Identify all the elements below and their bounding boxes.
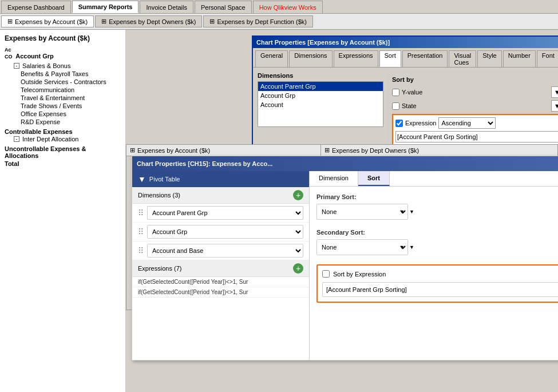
sub-tab-expenses-by-dept-owners[interactable]: ⊞ Expenses by Dept Owners ($k) <box>95 15 202 27</box>
bg-window1-title: ⊞ Expenses by Account ($k) <box>126 145 326 156</box>
dialog-tab-visual-cues[interactable]: Visual Cues <box>449 50 476 67</box>
primary-sort-dropdown[interactable]: None Ascending Descending <box>316 204 408 220</box>
grid-icon: ⊞ <box>209 18 215 25</box>
secondary-sort-row: None Ascending Descending ▼ <box>316 239 558 255</box>
sort-content: Primary Sort: None Ascending Descending <box>310 187 558 310</box>
secondary-sort-label: Secondary Sort: <box>316 229 558 236</box>
dim-field-2: ⠿ Account and Base <box>132 241 309 260</box>
yvalue-dropdown[interactable]: ▼ <box>551 86 558 98</box>
drag-handle-1[interactable]: ⠿ <box>138 227 144 236</box>
tab-dimension[interactable]: Dimension <box>310 171 358 186</box>
expressions-section-header: Expressions (7) + <box>132 260 309 277</box>
sort-row-yvalue: Y-value ▼ <box>392 86 558 98</box>
grid-icon: ⊞ <box>101 18 106 25</box>
panel-title: Expenses by Account ($k) <box>5 34 121 42</box>
state-label: State <box>402 102 549 109</box>
expr-list-item-1[interactable]: if(GetSelectedCount([Period Year])<>1, S… <box>132 287 309 298</box>
tab-sort[interactable]: Sort <box>358 171 390 186</box>
expr-list-item-0[interactable]: if(GetSelectedCount([Period Year])<>1, S… <box>132 277 309 287</box>
tree-item-trade-shows[interactable]: Trade Shows / Events <box>5 102 121 110</box>
tree-item-benefits[interactable]: Benefits & Payroll Taxes <box>5 70 121 78</box>
dialog-old-title: Chart Properties [Expenses by Account ($… <box>253 37 558 48</box>
tree-item-outside-services[interactable]: Outside Services - Contractors <box>5 78 121 86</box>
dialog-tab-sort[interactable]: Sort <box>379 50 401 67</box>
expression-checkbox[interactable] <box>395 120 403 127</box>
dimensions-list: Account Parent Grp Account Grp Account <box>258 81 383 127</box>
state-checkbox[interactable] <box>392 102 399 110</box>
dimension-select-1[interactable]: Account Grp <box>147 225 303 239</box>
drag-handle-2[interactable]: ⠿ <box>138 246 144 255</box>
dimension-select-2[interactable]: Account and Base <box>147 244 303 258</box>
sort-by-expr-checkbox[interactable] <box>322 270 330 278</box>
total-label: Total <box>5 160 121 167</box>
drag-handle-0[interactable]: ⠿ <box>138 208 144 217</box>
grid-icon-bg1: ⊞ <box>130 146 135 154</box>
tree-item-inter-dept[interactable]: - Inter Dept Allocation <box>5 135 121 143</box>
secondary-sort-dropdown-wrapper: None Ascending Descending <box>316 239 408 255</box>
secondary-sort-dropdown[interactable]: None Ascending Descending <box>316 239 408 255</box>
new-dialog-left: ▼ Pivot Table Dimensions (3) + ⠿ Account… <box>132 171 310 360</box>
expression-input-field[interactable] <box>395 131 558 142</box>
sub-tab-bar: ⊞ Expenses by Account ($k) ⊞ Expenses by… <box>0 14 558 30</box>
dialog-tab-general[interactable]: General <box>255 50 288 67</box>
bg-window2-title: ⊞ Expenses by Dept Owners ($k) <box>321 145 557 156</box>
tree-label: AcCO Account Grp <box>5 46 121 60</box>
sort-by-expression-section: Sort by Expression fx <box>316 264 558 303</box>
sort-expr-input-row: fx <box>322 282 558 297</box>
expression-label: Expression <box>405 120 436 126</box>
tab-how-qlikview-works[interactable]: How Qlikview Works <box>253 1 323 13</box>
sort-expr-checkbox-row: Sort by Expression <box>322 270 558 278</box>
dim-list-item-2[interactable]: Account <box>258 100 383 109</box>
tree-item-travel[interactable]: Travel & Entertainment <box>5 94 121 102</box>
dimensions-list-label: Dimensions <box>258 72 383 79</box>
grid-icon: ⊞ <box>7 18 13 25</box>
dialog-old-tab-bar: General Dimensions Expressions Sort Pres… <box>253 48 558 68</box>
tree-item-rd[interactable]: R&D Expense <box>5 118 121 126</box>
state-dropdown[interactable]: ▼ <box>551 100 558 112</box>
pivot-header: ▼ Pivot Table <box>132 171 309 187</box>
sort-expr-input-field[interactable] <box>322 282 558 297</box>
tree-item-office[interactable]: Office Expenses <box>5 110 121 118</box>
dialog-tab-expressions[interactable]: Expressions <box>334 50 378 67</box>
sub-tab-expenses-by-dept-function[interactable]: ⊞ Expenses by Dept Function ($k) <box>203 15 313 27</box>
expand-icon[interactable]: - <box>14 63 19 69</box>
dimensions-section-header: Dimensions (3) + <box>132 187 309 204</box>
sort-by-expr-label: Sort by Expression <box>333 271 386 278</box>
tab-invoice-details[interactable]: Invoice Details <box>140 1 193 13</box>
dialog-tab-style[interactable]: Style <box>477 50 501 67</box>
dim-list-item-1[interactable]: Account Grp <box>258 91 383 100</box>
dialog-tab-dimensions[interactable]: Dimensions <box>289 50 332 67</box>
dialog-tab-font[interactable]: Font <box>537 50 558 67</box>
dialog-tab-number[interactable]: Number <box>503 50 536 67</box>
chart-properties-dialog-new: Chart Properties [CH15]: Expenses by Acc… <box>132 156 558 361</box>
sort-row-state: State ▼ <box>392 100 558 112</box>
tree-item-telecom[interactable]: Telecommunication <box>5 86 121 94</box>
sub-tab-expenses-by-account[interactable]: ⊞ Expenses by Account ($k) <box>1 15 94 27</box>
controllable-label: Controllable Expenses <box>5 128 121 135</box>
dialog-tab-presentation[interactable]: Presentation <box>402 50 448 67</box>
left-panel: Expenses by Account ($k) AcCO Account Gr… <box>0 30 126 392</box>
new-dialog-right-tab-bar: Dimension Sort <box>310 171 558 187</box>
dim-list-item-0[interactable]: Account Parent Grp <box>258 82 383 91</box>
sort-by-title: Sort by <box>392 76 558 83</box>
primary-sort-label: Primary Sort: <box>316 193 558 200</box>
expand-icon-inter[interactable]: - <box>14 136 19 142</box>
expression-dropdown[interactable]: Ascending Descending <box>438 117 496 129</box>
pivot-arrow-icon: ▼ <box>138 175 146 184</box>
add-dimension-button[interactable]: + <box>293 190 303 200</box>
add-expression-button[interactable]: + <box>293 263 303 274</box>
tab-expense-dashboard[interactable]: Expense Dashboard <box>1 1 71 13</box>
tab-personal-space[interactable]: Personal Space <box>195 1 252 13</box>
yvalue-label: Y-value <box>402 89 549 96</box>
main-area: Expenses by Account ($k) AcCO Account Gr… <box>0 30 558 392</box>
primary-sort-row: None Ascending Descending ▼ <box>316 204 558 220</box>
expression-row: Expression Ascending Descending <box>395 117 558 129</box>
grid-icon-bg2: ⊞ <box>324 146 330 154</box>
expression-input-row: ... <box>395 131 558 142</box>
dimension-select-0[interactable]: Account Parent Grp <box>147 206 303 220</box>
tab-summary-reports[interactable]: Summary Reports <box>72 1 139 13</box>
yvalue-checkbox[interactable] <box>392 89 399 96</box>
tree-item-salaries[interactable]: - Salaries & Bonus <box>5 62 121 70</box>
overlay-area: ⊞ Expenses by Account ($k) ⊞ Expenses by… <box>126 144 558 392</box>
dialog-new-title: Chart Properties [CH15]: Expenses by Acc… <box>132 156 558 171</box>
